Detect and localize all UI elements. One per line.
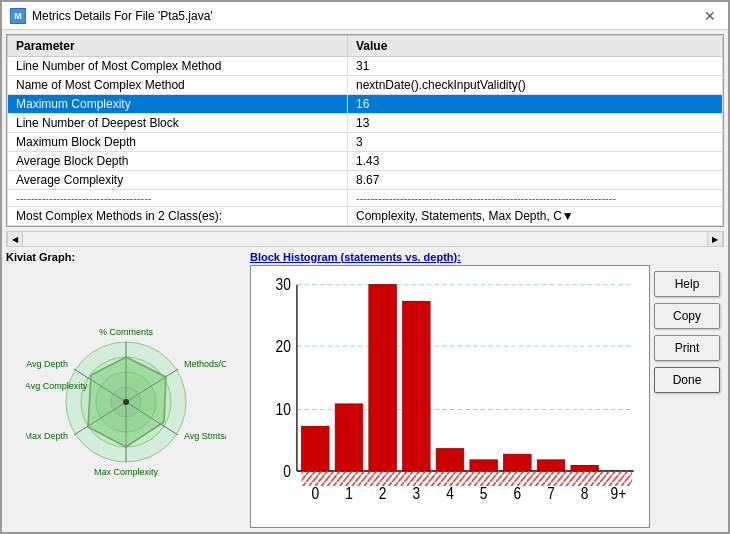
footer-param: Most Complex Methods in 2 Class(es): <box>8 207 348 226</box>
help-button[interactable]: Help <box>654 271 720 297</box>
svg-rect-34 <box>504 454 532 471</box>
svg-text:2: 2 <box>379 484 387 503</box>
histogram-statements: statements <box>344 251 402 263</box>
svg-text:Max Depth: Max Depth <box>26 431 68 441</box>
svg-text:Avg Complexity: Avg Complexity <box>26 381 88 391</box>
param-cell: Name of Most Complex Method <box>8 76 348 95</box>
svg-text:Max Complexity: Max Complexity <box>94 467 159 477</box>
close-button[interactable]: ✕ <box>700 6 720 26</box>
histogram-container: Block Histogram (statements vs. depth): … <box>250 251 650 528</box>
metrics-table: Parameter Value Line Number of Most Comp… <box>7 35 723 226</box>
bottom-section: Kiviat Graph: <box>2 247 728 532</box>
svg-text:1: 1 <box>345 484 353 503</box>
histogram-label-suffix: vs. depth): <box>402 251 461 263</box>
value-cell: 31 <box>348 57 723 76</box>
svg-text:0: 0 <box>283 461 291 480</box>
param-cell: Maximum Complexity <box>8 95 348 114</box>
svg-text:8: 8 <box>581 484 589 503</box>
footer-row: Most Complex Methods in 2 Class(es):Comp… <box>8 207 723 226</box>
svg-text:6: 6 <box>514 484 522 503</box>
table-row[interactable]: Line Number of Most Complex Method31 <box>8 57 723 76</box>
copy-button[interactable]: Copy <box>654 303 720 329</box>
svg-text:Avg Stmts/Method: Avg Stmts/Method <box>184 431 226 441</box>
table-row[interactable]: Maximum Complexity16 <box>8 95 723 114</box>
value-cell: 3 <box>348 133 723 152</box>
title-bar-left: M Metrics Details For File 'Pta5.java' <box>10 8 213 24</box>
svg-rect-31 <box>403 301 431 471</box>
main-window: M Metrics Details For File 'Pta5.java' ✕… <box>0 0 730 534</box>
scroll-track <box>23 232 707 246</box>
kiviat-chart: % Comments Methods/Class Avg Stmts/Metho… <box>6 265 246 528</box>
param-cell: Line Number of Most Complex Method <box>8 57 348 76</box>
table-row[interactable]: Maximum Block Depth3 <box>8 133 723 152</box>
table-row[interactable]: Name of Most Complex MethodnextnDate().c… <box>8 76 723 95</box>
horizontal-scrollbar[interactable]: ◀ ▶ <box>6 231 724 247</box>
svg-rect-33 <box>470 460 498 471</box>
param-cell: Average Block Depth <box>8 152 348 171</box>
table-row[interactable]: Line Number of Deepest Block13 <box>8 114 723 133</box>
svg-text:0: 0 <box>311 484 319 503</box>
histogram-label: Block Histogram (statements vs. depth): <box>250 251 650 263</box>
value-cell: 13 <box>348 114 723 133</box>
svg-rect-29 <box>335 404 363 471</box>
param-cell: Average Complexity <box>8 171 348 190</box>
buttons-panel: Help Copy Print Done <box>654 251 724 528</box>
svg-text:5: 5 <box>480 484 488 503</box>
separator-row: ----------------------------------------… <box>8 190 723 207</box>
print-button[interactable]: Print <box>654 335 720 361</box>
param-cell: Maximum Block Depth <box>8 133 348 152</box>
app-icon: M <box>10 8 26 24</box>
window-title: Metrics Details For File 'Pta5.java' <box>32 9 213 23</box>
svg-text:7: 7 <box>547 484 555 503</box>
title-bar: M Metrics Details For File 'Pta5.java' ✕ <box>2 2 728 30</box>
metrics-table-container: Parameter Value Line Number of Most Comp… <box>6 34 724 227</box>
value-cell: 8.67 <box>348 171 723 190</box>
done-button[interactable]: Done <box>654 367 720 393</box>
svg-point-11 <box>123 399 129 405</box>
table-row[interactable]: Average Complexity8.67 <box>8 171 723 190</box>
value-cell: 16 <box>348 95 723 114</box>
svg-rect-30 <box>369 285 397 471</box>
table-row[interactable]: Average Block Depth1.43 <box>8 152 723 171</box>
param-cell: Line Number of Deepest Block <box>8 114 348 133</box>
svg-rect-36 <box>571 465 599 471</box>
svg-text:4: 4 <box>446 484 454 503</box>
value-cell: nextnDate().checkInputValidity() <box>348 76 723 95</box>
param-column-header: Parameter <box>8 36 348 57</box>
scroll-right-button[interactable]: ▶ <box>707 231 723 247</box>
svg-text:% Comments: % Comments <box>99 327 154 337</box>
svg-text:Avg Depth: Avg Depth <box>26 359 68 369</box>
value-cell: 1.43 <box>348 152 723 171</box>
kiviat-container: Kiviat Graph: <box>6 251 246 528</box>
kiviat-label: Kiviat Graph: <box>6 251 246 263</box>
footer-value: Complexity, Statements, Max Depth, C▼ <box>348 207 723 226</box>
scroll-left-button[interactable]: ◀ <box>7 231 23 247</box>
histogram-label-prefix: Block Histogram ( <box>250 251 344 263</box>
svg-text:9+: 9+ <box>611 484 627 503</box>
main-content: Parameter Value Line Number of Most Comp… <box>2 30 728 532</box>
svg-text:Methods/Class: Methods/Class <box>184 359 226 369</box>
svg-rect-35 <box>537 460 565 471</box>
histogram-chart: 30 20 10 0 <box>250 265 650 528</box>
svg-rect-32 <box>436 449 464 471</box>
svg-rect-28 <box>302 426 330 471</box>
value-column-header: Value <box>348 36 723 57</box>
svg-text:20: 20 <box>275 336 290 355</box>
svg-text:10: 10 <box>275 400 290 419</box>
svg-text:30: 30 <box>275 275 290 294</box>
svg-text:3: 3 <box>412 484 420 503</box>
